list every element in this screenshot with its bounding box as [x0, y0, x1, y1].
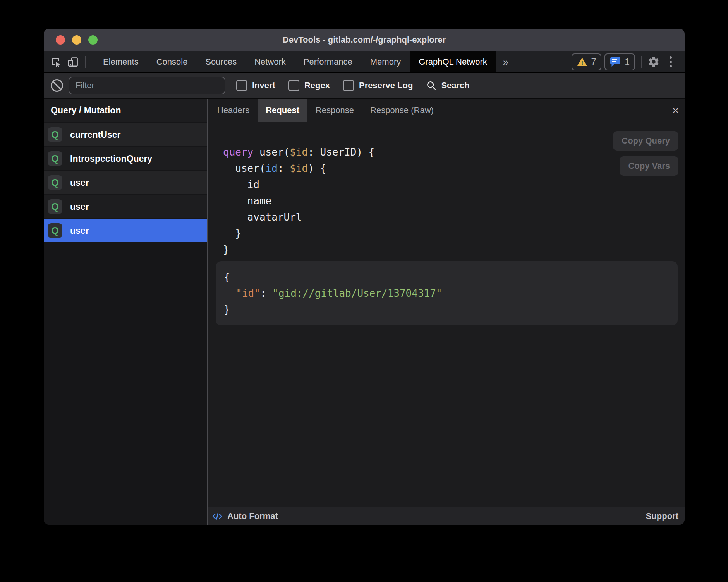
filter-options: InvertRegexPreserve Log [236, 80, 413, 91]
query-list-item-user[interactable]: Quser [44, 171, 207, 194]
desktop-background: DevTools - gitlab.com/-/graphql-explorer… [0, 0, 728, 582]
filter-input[interactable] [69, 77, 225, 94]
console-messages-badge[interactable]: 1 [604, 53, 635, 70]
auto-format-icon [211, 511, 223, 522]
query-type-badge: Q [48, 151, 62, 166]
settings-gear-icon[interactable] [645, 53, 662, 70]
checkbox-invert[interactable]: Invert [236, 80, 275, 91]
tab-performance[interactable]: Performance [295, 51, 361, 72]
issues-warning-badge[interactable]: ! 7 [572, 53, 601, 70]
query-type-badge: Q [48, 223, 62, 238]
search-icon [426, 80, 437, 91]
query-name: IntrospectionQuery [70, 154, 152, 164]
checkbox-regex[interactable]: Regex [288, 80, 330, 91]
more-panels-button[interactable]: » [496, 56, 515, 68]
inspect-element-icon[interactable] [48, 53, 65, 70]
close-detail-icon[interactable]: × [672, 99, 679, 122]
query-type-badge: Q [48, 127, 62, 142]
query-name: user [70, 178, 89, 188]
device-toolbar-icon[interactable] [65, 53, 82, 70]
query-list: QcurrentUserQIntrospectionQueryQuserQuse… [44, 122, 207, 525]
detail-tab-response-raw[interactable]: Response (Raw) [362, 99, 442, 122]
tab-memory[interactable]: Memory [361, 51, 410, 72]
warning-count: 7 [591, 57, 596, 67]
query-name: currentUser [70, 130, 120, 140]
checkbox-box[interactable] [343, 80, 354, 91]
query-name: user [70, 202, 89, 212]
checkbox-label: Invert [252, 80, 275, 91]
message-bubble-icon [610, 57, 621, 67]
tab-sources[interactable]: Sources [196, 51, 246, 72]
checkbox-label: Preserve Log [359, 80, 413, 91]
titlebar: DevTools - gitlab.com/-/graphql-explorer [44, 29, 685, 51]
zoom-window-button[interactable] [88, 35, 98, 45]
copy-buttons: Copy Query Copy Vars [613, 131, 678, 176]
message-count: 1 [625, 57, 630, 67]
tab-graphql-network[interactable]: GraphQL Network [410, 51, 496, 72]
query-name: user [70, 226, 89, 236]
checkbox-preserve-log[interactable]: Preserve Log [343, 80, 413, 91]
request-detail-panel: HeadersRequestResponseResponse (Raw) × C… [208, 99, 685, 525]
search-label: Search [441, 80, 469, 91]
query-list-item-user[interactable]: Quser [44, 219, 207, 242]
detail-tabs: HeadersRequestResponseResponse (Raw) × [208, 99, 685, 122]
minimize-window-button[interactable] [72, 35, 81, 45]
toolbar-divider [641, 56, 642, 68]
request-tab-content: Copy Query Copy Vars query user($id: Use… [208, 122, 685, 507]
search-control[interactable]: Search [426, 80, 469, 91]
detail-tab-request[interactable]: Request [258, 99, 307, 122]
query-list-header: Query / Mutation [44, 99, 207, 122]
main-split: Query / Mutation QcurrentUserQIntrospect… [44, 99, 685, 525]
query-variables-box: { "id": "gid://gitlab/User/13704317"} [216, 261, 678, 325]
panel-tabs: ElementsConsoleSourcesNetworkPerformance… [94, 51, 496, 72]
query-list-item-user[interactable]: Quser [44, 195, 207, 218]
kebab-menu-icon[interactable] [662, 53, 679, 70]
copy-query-button[interactable]: Copy Query [613, 131, 678, 151]
support-link[interactable]: Support [646, 511, 678, 521]
query-list-item-currentuser[interactable]: QcurrentUser [44, 123, 207, 146]
window-title: DevTools - gitlab.com/-/graphql-explorer [44, 35, 685, 45]
filter-toolbar: InvertRegexPreserve Log Search [44, 73, 685, 99]
checkbox-box[interactable] [288, 80, 299, 91]
traffic-lights [56, 29, 98, 51]
query-list-item-introspectionquery[interactable]: QIntrospectionQuery [44, 147, 207, 170]
auto-format-button[interactable]: Auto Format [227, 511, 278, 521]
copy-vars-button[interactable]: Copy Vars [620, 156, 678, 176]
warning-icon: ! [577, 58, 587, 66]
query-type-badge: Q [48, 199, 62, 214]
main-toolbar: ElementsConsoleSourcesNetworkPerformance… [44, 51, 685, 73]
clear-log-icon[interactable] [51, 79, 63, 92]
devtools-window: DevTools - gitlab.com/-/graphql-explorer… [44, 29, 685, 525]
tab-elements[interactable]: Elements [94, 51, 148, 72]
detail-tab-headers[interactable]: Headers [209, 99, 258, 122]
query-list-panel: Query / Mutation QcurrentUserQIntrospect… [44, 99, 207, 525]
query-type-badge: Q [48, 175, 62, 190]
tab-network[interactable]: Network [246, 51, 295, 72]
checkbox-box[interactable] [236, 80, 247, 91]
toolbar-divider [85, 56, 86, 68]
close-window-button[interactable] [56, 35, 65, 45]
detail-footer: Auto Format Support [208, 507, 685, 525]
tab-console[interactable]: Console [148, 51, 197, 72]
checkbox-label: Regex [304, 80, 330, 91]
graphql-variables-code: { "id": "gid://gitlab/User/13704317"} [224, 269, 678, 318]
detail-tab-response[interactable]: Response [307, 99, 362, 122]
